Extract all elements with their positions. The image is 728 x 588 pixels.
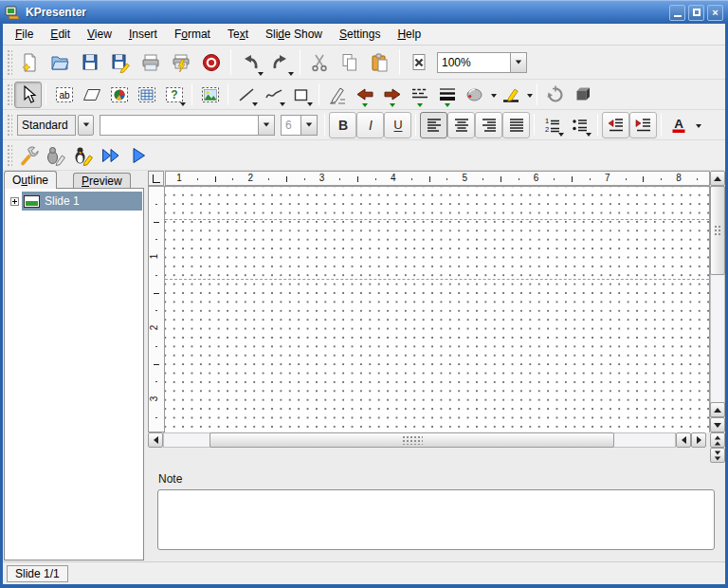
menu-help[interactable]: Help bbox=[389, 25, 429, 44]
save-as-button[interactable] bbox=[105, 47, 136, 78]
hscroll-thumb[interactable] bbox=[209, 432, 614, 448]
indent-button[interactable] bbox=[629, 112, 657, 138]
mouse-pointer-button[interactable] bbox=[14, 82, 42, 108]
undo-button[interactable] bbox=[235, 47, 265, 78]
font-family-value[interactable] bbox=[100, 115, 259, 136]
redo-button[interactable] bbox=[265, 47, 296, 78]
vscroll-up-button[interactable] bbox=[710, 171, 725, 186]
menu-edit[interactable]: Edit bbox=[42, 25, 79, 44]
line-width-button[interactable] bbox=[433, 82, 461, 108]
quick-print-button[interactable] bbox=[166, 47, 196, 78]
font-color-dropdown-arrow-icon[interactable] bbox=[696, 124, 701, 128]
previous-slide-button[interactable] bbox=[710, 432, 725, 448]
slide-tree-item[interactable]: Slide 1 bbox=[7, 192, 142, 211]
style-value[interactable]: Standard bbox=[17, 115, 76, 136]
menu-insert[interactable]: Insert bbox=[120, 25, 166, 44]
zoom-value[interactable]: 100% bbox=[437, 52, 511, 73]
object-frame-button[interactable]: ? bbox=[160, 82, 188, 108]
minimize-button[interactable] bbox=[669, 5, 685, 21]
object-effect-button[interactable] bbox=[42, 142, 69, 169]
italic-button[interactable]: I bbox=[356, 112, 384, 138]
line-dropdown-arrow-icon[interactable] bbox=[252, 102, 258, 106]
menu-view[interactable]: View bbox=[79, 25, 120, 44]
next-slide-button[interactable] bbox=[710, 448, 725, 463]
pen-style-button[interactable] bbox=[323, 82, 351, 108]
undo-dropdown-arrow-icon[interactable] bbox=[258, 72, 264, 76]
dash-style-dropdown-arrow-icon[interactable] bbox=[417, 103, 423, 107]
tab-preview[interactable]: Preview bbox=[73, 173, 131, 188]
font-size-dropdown-arrow-icon[interactable] bbox=[301, 115, 318, 136]
style-dropdown-arrow-icon[interactable] bbox=[78, 115, 94, 136]
print-button[interactable] bbox=[136, 47, 166, 78]
vscroll-thumb[interactable] bbox=[710, 186, 725, 275]
image-frame-button[interactable] bbox=[196, 82, 224, 108]
start-presentation-first-button[interactable] bbox=[97, 142, 124, 169]
vscroll-down-button[interactable] bbox=[710, 417, 725, 432]
arrow-end-button[interactable] bbox=[378, 82, 406, 108]
paste-button[interactable] bbox=[365, 47, 395, 78]
numbered-list-dropdown-arrow-icon[interactable] bbox=[558, 133, 564, 137]
tab-outline[interactable]: Outline bbox=[4, 171, 57, 189]
toolbar-handle[interactable] bbox=[6, 143, 12, 167]
shadow-button[interactable] bbox=[569, 82, 596, 108]
numbered-list-button[interactable]: 12 bbox=[538, 112, 566, 138]
maximize-button[interactable] bbox=[688, 5, 704, 21]
brush-color-dropdown-arrow-icon[interactable] bbox=[527, 94, 533, 98]
zoom-combobox[interactable]: 100% bbox=[437, 52, 527, 73]
freehand-dropdown-arrow-icon[interactable] bbox=[280, 102, 285, 106]
style-combobox[interactable]: Standard bbox=[17, 115, 94, 136]
underline-button[interactable]: U bbox=[384, 112, 411, 138]
menu-settings[interactable]: Settings bbox=[331, 25, 389, 44]
text-frame-button[interactable]: ab bbox=[50, 82, 78, 108]
slide-transition-button[interactable] bbox=[69, 142, 97, 169]
menu-file[interactable]: File bbox=[7, 25, 42, 44]
hscroll-left-button[interactable] bbox=[148, 432, 163, 448]
arrow-end-dropdown-arrow-icon[interactable] bbox=[390, 103, 395, 107]
align-justify-button[interactable] bbox=[502, 112, 530, 138]
copy-button[interactable] bbox=[335, 47, 365, 78]
menu-text[interactable]: Text bbox=[219, 25, 257, 44]
toolbar-handle[interactable] bbox=[6, 48, 12, 76]
title-bar[interactable]: KPresenter × bbox=[0, 0, 728, 24]
note-input[interactable] bbox=[157, 489, 715, 550]
object-frame-dropdown-arrow-icon[interactable] bbox=[180, 102, 186, 106]
close-button[interactable]: × bbox=[707, 5, 723, 21]
save-button[interactable] bbox=[75, 47, 105, 78]
font-size-value[interactable]: 6 bbox=[281, 115, 301, 136]
open-folder-button[interactable] bbox=[45, 47, 75, 78]
bullet-list-button[interactable] bbox=[566, 112, 593, 138]
new-document-button[interactable] bbox=[14, 47, 45, 78]
menu-slide-show[interactable]: Slide Show bbox=[257, 25, 331, 44]
line-width-dropdown-arrow-icon[interactable] bbox=[445, 103, 450, 107]
menu-format[interactable]: Format bbox=[166, 25, 219, 44]
rectangle-dropdown-arrow-icon[interactable] bbox=[307, 102, 313, 106]
font-family-combobox[interactable] bbox=[100, 115, 275, 136]
font-family-dropdown-arrow-icon[interactable] bbox=[259, 115, 275, 136]
font-color-button[interactable]: A bbox=[665, 112, 701, 138]
configure-slideshow-button[interactable] bbox=[14, 142, 42, 169]
align-left-button[interactable] bbox=[420, 112, 447, 138]
table-frame-button[interactable] bbox=[133, 82, 160, 108]
tree-expander-icon[interactable] bbox=[10, 197, 19, 206]
start-presentation-button[interactable] bbox=[124, 142, 152, 169]
font-size-combobox[interactable]: 6 bbox=[281, 115, 318, 136]
rectangle-button[interactable] bbox=[287, 82, 315, 108]
arrow-begin-dropdown-arrow-icon[interactable] bbox=[362, 103, 368, 107]
line-button[interactable] bbox=[232, 82, 260, 108]
bullet-list-dropdown-arrow-icon[interactable] bbox=[586, 133, 592, 137]
cut-button[interactable] bbox=[304, 47, 335, 78]
slide-canvas[interactable] bbox=[165, 186, 710, 432]
align-right-button[interactable] bbox=[475, 112, 502, 138]
toolbar-handle[interactable] bbox=[6, 113, 12, 137]
brush-color-button[interactable] bbox=[497, 82, 533, 108]
bold-button[interactable]: B bbox=[329, 112, 356, 138]
hscroll-right-button[interactable] bbox=[691, 432, 706, 448]
redo-dropdown-arrow-icon[interactable] bbox=[288, 72, 294, 76]
dash-style-button[interactable] bbox=[406, 82, 433, 108]
align-center-button[interactable] bbox=[447, 112, 475, 138]
delete-button[interactable] bbox=[404, 47, 434, 78]
arrow-begin-button[interactable] bbox=[351, 82, 378, 108]
rotate-button[interactable] bbox=[541, 82, 569, 108]
toolbar-handle[interactable] bbox=[6, 83, 12, 106]
pen-color-button[interactable] bbox=[461, 82, 497, 108]
